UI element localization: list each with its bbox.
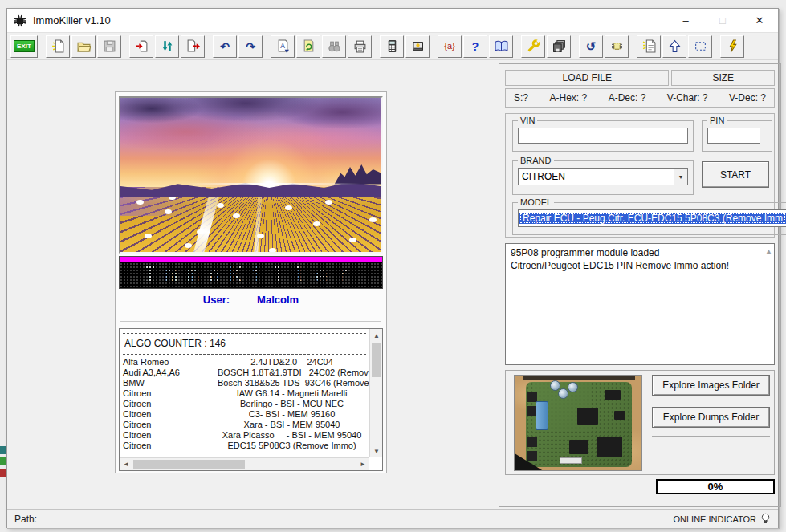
list-item[interactable]: BMWBosch 318&525 TDS 93C46 (Remove — [123, 378, 366, 388]
horizontal-scrollbar[interactable]: ◄ ► — [120, 457, 369, 470]
new-page-sparkle-icon — [642, 39, 656, 53]
app-window: ImmoKiller v1.10 – □ ✕ EXIT — [6, 8, 779, 528]
list-item[interactable]: Audi A3,A4,A6BOSCH 1.8T&1.9TDI 24C02 (Re… — [123, 368, 366, 378]
list-item[interactable]: Alfa Romeo2.4JTD&2.0 24C04 — [123, 357, 366, 368]
separator — [120, 321, 381, 322]
ascii-button[interactable]: {a} — [438, 35, 462, 58]
manual-button[interactable] — [489, 35, 513, 58]
list-item[interactable]: CitroenIAW G6.14 - Magneti Marelli — [123, 388, 366, 399]
titlebar: ImmoKiller v1.10 – □ ✕ — [7, 9, 778, 33]
print-button[interactable] — [348, 35, 372, 58]
undo-button[interactable]: ↶ — [213, 35, 237, 58]
scroll-thumb[interactable] — [372, 343, 381, 377]
pcb-connector — [527, 437, 537, 447]
redo-button[interactable]: ↷ — [238, 35, 263, 58]
refresh-doc-button[interactable] — [296, 35, 320, 58]
calculator-icon — [385, 39, 399, 53]
open-file-button[interactable] — [71, 35, 96, 58]
pcb-ic-chip — [605, 390, 621, 400]
list-item[interactable]: CitroenXara Picasso - BSI - MEM 95040 — [123, 430, 366, 441]
online-indicator: ONLINE INDICATOR — [674, 513, 772, 525]
splash-sun-flare — [185, 183, 360, 185]
model-value: Repair ECU - Peug.Citr. ECU-EDC15 5P08C3… — [519, 213, 786, 224]
separator — [652, 436, 770, 437]
v-dec-value: V-Dec: ? — [729, 92, 766, 104]
exit-icon: EXIT — [14, 40, 35, 52]
reload-button[interactable]: ↺ — [579, 35, 603, 58]
scroll-up-arrow[interactable]: ▲ — [765, 245, 772, 258]
scroll-down-arrow[interactable]: ▼ — [370, 445, 383, 457]
toolbar-separator — [572, 35, 579, 58]
left-panel: ImmoKiller User: Malcolm ALGO COUNTER : … — [115, 91, 387, 473]
save-file-button[interactable] — [97, 35, 121, 58]
pcb-ic-chip — [577, 408, 598, 425]
toolbar-separator — [206, 35, 213, 58]
algo-listbox[interactable]: ALGO COUNTER : 146 Alfa Romeo2.4JTD&2.0 … — [119, 328, 383, 471]
dashed-divider — [123, 333, 366, 334]
explore-buttons: Explore Images Folder Explore Dumps Fold… — [652, 372, 770, 437]
scroll-right-arrow[interactable]: ► — [356, 458, 369, 471]
pin-input[interactable] — [707, 128, 760, 144]
power-chip-button[interactable] — [720, 35, 744, 58]
model-dropdown[interactable]: Repair ECU - Peug.Citr. ECU-EDC15 5P08C3… — [518, 209, 786, 227]
list-item[interactable]: CitroenBerlingo - BSI - MCU NEC — [123, 399, 366, 409]
log-output[interactable]: 95P08 programmer module loaded Citroen/P… — [505, 243, 775, 365]
a-hex-value: A-Hex: ? — [549, 92, 587, 104]
vehicle-form: VIN PIN BRAND CITROEN ▼ START — [505, 113, 775, 238]
splash-image — [119, 96, 383, 254]
exit-button[interactable]: EXIT — [10, 35, 38, 58]
calculator-button[interactable] — [380, 35, 404, 58]
list-item[interactable]: CitroenEDC15 5P08C3 (Remove Immo) — [123, 441, 366, 451]
chevron-down-icon[interactable]: ▼ — [674, 169, 687, 185]
dumps-button[interactable] — [547, 35, 571, 58]
list-item[interactable]: CitroenC3- BSI - MEM 95160 — [123, 409, 366, 420]
maximize-button[interactable]: □ — [709, 12, 736, 30]
export-file-button[interactable] — [181, 35, 205, 58]
new-dump-button[interactable] — [637, 35, 661, 58]
new-file-icon — [51, 39, 65, 53]
a-dec-value: A-Dec: ? — [609, 92, 646, 104]
log-line: 95P08 programmer module loaded — [511, 246, 769, 259]
settings-button[interactable] — [521, 35, 545, 58]
chip-select-button[interactable] — [605, 35, 629, 58]
start-button[interactable]: START — [702, 161, 769, 188]
right-panel: LOAD FILE SIZE S:? A-Hex: ? A-Dec: ? V-C… — [499, 63, 781, 507]
algo-counter-header: ALGO COUNTER : 146 — [123, 336, 366, 351]
log-line: Citroen/Peugeot EDC15 PIN Remove Immo ac… — [511, 259, 769, 272]
pcb-capacitor — [558, 388, 568, 399]
scroll-thumb[interactable] — [133, 460, 245, 469]
sort-arrows-button[interactable] — [155, 35, 179, 58]
minimize-button[interactable]: – — [672, 12, 699, 30]
list-item[interactable]: CitroenXara - BSI - MEM 95040 — [123, 420, 366, 430]
export-file-icon — [186, 39, 200, 53]
svg-text:A: A — [280, 42, 285, 50]
font-export-button[interactable]: A — [271, 35, 295, 58]
find-button[interactable] — [322, 35, 346, 58]
new-file-button[interactable] — [46, 35, 70, 58]
s-value: S:? — [514, 92, 528, 104]
scroll-left-arrow[interactable]: ◄ — [120, 458, 132, 471]
help-button[interactable]: ? — [463, 35, 487, 58]
explore-dumps-button[interactable]: Explore Dumps Folder — [652, 407, 770, 428]
image-view-button[interactable] — [405, 35, 430, 58]
background-icon — [0, 457, 6, 465]
reload-icon: ↺ — [586, 40, 597, 52]
app-chip-icon — [12, 13, 28, 29]
explore-images-button[interactable]: Explore Images Folder — [652, 375, 770, 396]
explore-panel: Explore Images Folder Explore Dumps Fold… — [505, 370, 775, 475]
upload-button[interactable] — [662, 35, 686, 58]
vin-label: VIN — [518, 116, 537, 125]
statusbar: Path: ONLINE INDICATOR — [7, 509, 778, 528]
progress-bar: 0% — [656, 479, 775, 494]
lightning-chip-icon — [726, 39, 739, 53]
import-file-button[interactable] — [129, 35, 153, 58]
pcb-connector — [527, 392, 537, 402]
brand-dropdown[interactable]: CITROEN ▼ — [518, 168, 688, 185]
toolbar-separator — [264, 35, 271, 58]
scroll-up-arrow[interactable]: ▲ — [370, 329, 383, 342]
vin-input[interactable] — [518, 128, 688, 144]
vertical-scrollbar[interactable]: ▲ ▼ — [369, 329, 382, 457]
select-region-button[interactable] — [688, 35, 712, 58]
close-button[interactable]: ✕ — [746, 12, 773, 30]
background-window-strip — [0, 446, 6, 480]
